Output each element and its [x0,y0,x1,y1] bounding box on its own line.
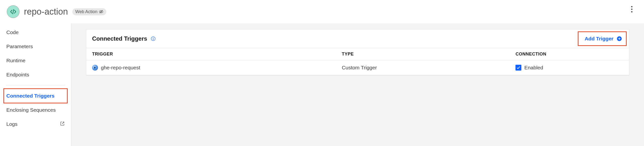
sidebar-item-connected-triggers[interactable]: Connected Triggers [0,89,71,103]
page-title: repo-action [24,6,68,17]
page-header: repo-action Web Action [0,0,644,23]
column-header-connection: CONNECTION [510,48,629,60]
triggers-table: TRIGGER TYPE CONNECTION ghe-repo-reques [86,48,629,75]
panel-title: Connected Triggers [92,35,147,42]
svg-line-0 [13,9,14,14]
action-type-icon [7,5,20,18]
add-trigger-label: Add Trigger [585,36,614,42]
sidebar-item-label: Code [6,29,18,35]
connection-checkbox[interactable] [516,65,521,71]
sidebar-item-label: Logs [6,121,18,127]
column-header-trigger: TRIGGER [86,48,336,60]
sidebar-item-label: Endpoints [6,72,29,78]
trigger-type-icon [92,65,98,71]
sidebar-item-parameters[interactable]: Parameters [0,39,71,54]
add-trigger-button[interactable]: Add Trigger [584,34,623,44]
svg-point-4 [631,11,632,13]
trigger-type: Custom Trigger [342,65,377,70]
external-link-icon [60,121,65,127]
web-action-chip-label: Web Action [75,9,98,14]
overflow-menu-button[interactable] [629,4,635,16]
svg-point-6 [153,37,154,38]
connected-triggers-panel: Connected Triggers Add Trigger [86,29,629,75]
main-content: Connected Triggers Add Trigger [71,23,644,146]
svg-point-3 [631,8,632,10]
sidebar: Code Parameters Runtime Endpoints Connec… [0,23,71,146]
svg-point-2 [631,6,632,7]
web-action-chip: Web Action [72,8,106,15]
trigger-name: ghe-repo-request [101,65,140,71]
sidebar-item-runtime[interactable]: Runtime [0,54,71,68]
info-icon[interactable] [150,36,156,41]
plus-circle-icon [616,36,622,42]
sidebar-item-enclosing-sequences[interactable]: Enclosing Sequences [0,103,71,117]
sidebar-item-label: Connected Triggers [6,93,54,99]
sidebar-item-label: Runtime [6,58,26,64]
column-header-type: TYPE [336,48,510,60]
sidebar-item-code[interactable]: Code [0,25,71,39]
sidebar-item-label: Enclosing Sequences [6,107,56,113]
sidebar-item-label: Parameters [6,44,33,49]
panel-header: Connected Triggers Add Trigger [86,29,629,48]
sidebar-item-endpoints[interactable]: Endpoints [0,68,71,82]
sidebar-divider [6,85,65,85]
kebab-icon [631,6,633,13]
svg-rect-7 [153,38,154,40]
table-row[interactable]: ghe-repo-request Custom Trigger Ena [86,60,629,75]
code-slash-icon [10,8,16,15]
visibility-off-icon [99,9,103,14]
connection-label: Enabled [524,65,543,71]
sidebar-item-logs[interactable]: Logs [0,117,71,131]
